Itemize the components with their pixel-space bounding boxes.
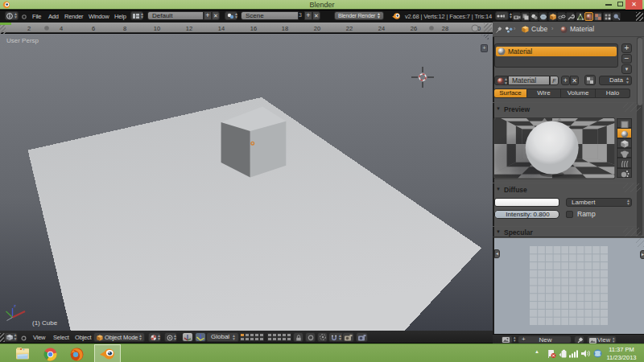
svg-text:z: z xyxy=(14,303,16,308)
